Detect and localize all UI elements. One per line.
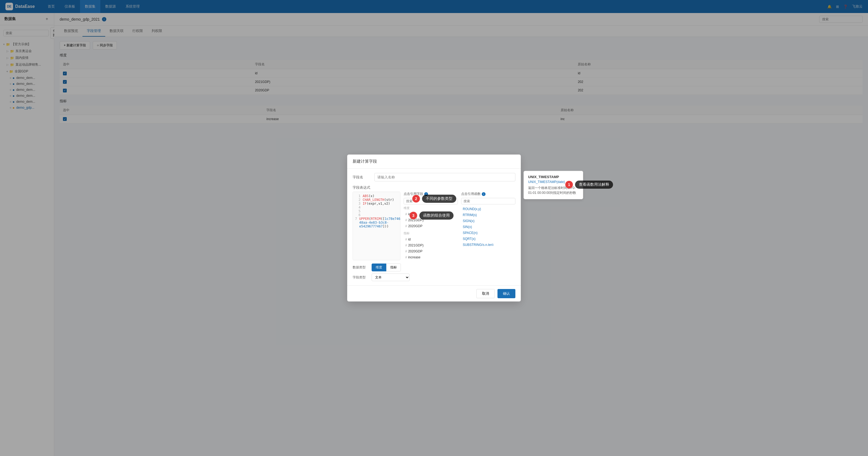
ref-metric-id[interactable]: #id bbox=[404, 236, 458, 242]
ref-dim-label: 维度 bbox=[404, 206, 458, 210]
field-name-label: 字段名 bbox=[352, 175, 372, 180]
func-search-input[interactable] bbox=[461, 198, 516, 204]
expr-area: 1 ABS(x) 2 CHAR_LENGTH(str) 3 IF(expr,v1… bbox=[352, 192, 516, 260]
data-type-row: 数据类型 维度 指标 bbox=[352, 263, 516, 271]
ref-field-id[interactable]: #id bbox=[404, 211, 458, 217]
func-sign[interactable]: SIGN(x) bbox=[461, 218, 516, 224]
func-sqrt[interactable]: SQRT(x) bbox=[461, 236, 516, 242]
confirm-button[interactable]: 确认 bbox=[497, 289, 516, 298]
field-name-row: 字段名 bbox=[352, 173, 516, 182]
dialog-body: 字段名 字段表达式 1 ABS(x) 2 CHAR_LENGTH(str) bbox=[347, 169, 521, 286]
ref-metric-label: 指标 bbox=[404, 231, 458, 235]
data-type-label: 数据类型 bbox=[352, 265, 369, 270]
func-col: 点击引用函数 i ROUND(x,y) RTRIM(s) SIGN(x) SIN… bbox=[461, 192, 516, 246]
type-btn-group: 维度 指标 bbox=[372, 263, 401, 271]
ref-metric-2021gdp[interactable]: #2021GDP) bbox=[404, 242, 458, 248]
ref-metric-increase[interactable]: #increase bbox=[404, 254, 458, 260]
field-type-select[interactable]: 文本 数值 日期 bbox=[372, 273, 410, 281]
type-btn-metric[interactable]: 指标 bbox=[386, 263, 401, 271]
func-substring[interactable]: SUBSTRING(s,n,len) bbox=[461, 242, 516, 246]
field-type-row: 字段类型 文本 数值 日期 bbox=[352, 273, 516, 281]
expr-label: 字段表达式 bbox=[352, 185, 516, 190]
func-sin[interactable]: SIN(x) bbox=[461, 224, 516, 230]
ref-field-header: 点击引用字段 i bbox=[404, 192, 458, 196]
new-calc-field-dialog: 新建计算字段 字段名 字段表达式 1 ABS(x) 2 bbox=[347, 155, 521, 301]
dialog-header: 新建计算字段 bbox=[347, 155, 521, 169]
field-name-input[interactable] bbox=[374, 173, 516, 182]
expr-editor[interactable]: 1 ABS(x) 2 CHAR_LENGTH(str) 3 IF(expr,v1… bbox=[352, 192, 400, 260]
ref-field-col: 点击引用字段 i 维度 #id #2021GDP) #2020GDP 指标 bbox=[404, 192, 458, 260]
cancel-button[interactable]: 取消 bbox=[476, 289, 495, 298]
func-header: 点击引用函数 i bbox=[461, 192, 516, 196]
func-info-icon[interactable]: i bbox=[482, 192, 486, 196]
ref-field-info-icon[interactable]: i bbox=[424, 192, 428, 196]
ref-field-2020gdp[interactable]: #2020GDP bbox=[404, 223, 458, 229]
ref-field-search[interactable] bbox=[404, 198, 458, 204]
func-round[interactable]: ROUND(x,y) bbox=[461, 206, 516, 212]
func-rtrim[interactable]: RTRIM(s) bbox=[461, 212, 516, 218]
modal-overlay: 新建计算字段 字段名 字段表达式 1 ABS(x) 2 bbox=[0, 0, 868, 456]
field-type-label: 字段类型 bbox=[352, 275, 369, 280]
ref-metric-2020gdp[interactable]: #2020GDP bbox=[404, 248, 458, 254]
dialog-footer: 取消 确认 bbox=[347, 286, 521, 301]
func-space[interactable]: SPACE(n) bbox=[461, 230, 516, 236]
ref-field-2021gdp[interactable]: #2021GDP) bbox=[404, 217, 458, 223]
type-btn-dim[interactable]: 维度 bbox=[372, 263, 386, 271]
